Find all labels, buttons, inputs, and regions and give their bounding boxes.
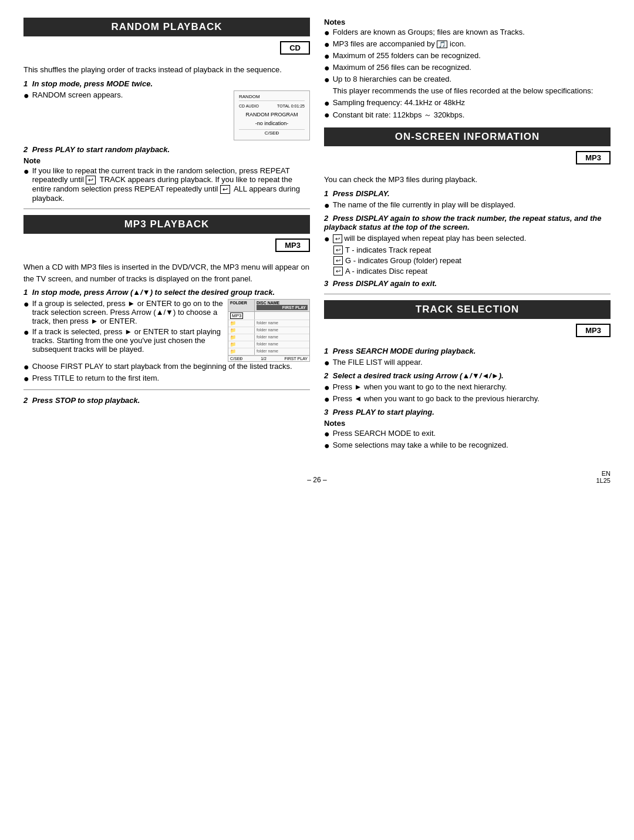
mp3-bullets-area: FOLDER DISC NAME FIRST PLAY MP3 <box>23 299 310 362</box>
note-item-3: ● Maximum of 255 folders can be recogniz… <box>324 51 611 61</box>
mp3-playback-title: MP3 Playback <box>23 215 310 234</box>
on-screen-step3: 3 Press DISPLAY again to exit. <box>324 279 611 288</box>
note-item-2: ● MP3 files are accompanied by 🎵 icon. <box>324 39 611 49</box>
random-note-label: Note <box>23 156 310 165</box>
repeat-item-g: ↩ G - indicates Group (folder) repeat <box>333 256 611 265</box>
mp3-bullet2: ● If a track is selected, press ► or ENT… <box>23 327 223 354</box>
repeat-icon-display: ↩ <box>333 234 342 243</box>
left-column: Random Playback CD This shuffles the pla… <box>23 18 310 452</box>
on-screen-intro: You can check the MP3 files during playb… <box>324 174 611 186</box>
random-bullet1: ● RANDOM screen appears. <box>23 90 228 100</box>
on-screen-step2: 2 Press DISPLAY again to show the track … <box>324 214 611 231</box>
note-item-7: ● Sampling frequency: 44.1kHz or 48kHz <box>324 98 611 108</box>
note-item-4: ● Maximum of 256 files can be recognized… <box>324 63 611 73</box>
note-item-1: ● Folders are known as Groups; files are… <box>324 28 611 38</box>
right-column: Notes ● Folders are known as Groups; fil… <box>324 18 611 452</box>
fl-mp3-row: MP3 <box>228 312 309 320</box>
track-step1-bullet: ● The FILE LIST will appear. <box>324 358 611 368</box>
track-notes-label: Notes <box>324 419 611 428</box>
fl-folder-row-2: 📁 folder name <box>228 327 309 334</box>
divider2 <box>23 389 310 390</box>
random-screen-area: RANDOM CD AUDIO TOTAL 0:01:25 RANDOM PRO… <box>23 90 310 146</box>
track-step1: 1 Press SEARCH MODE during playback. <box>324 347 611 355</box>
random-step1: 1 In stop mode, press MODE twice. <box>23 79 310 88</box>
random-note-bullet: ● If you like to repeat the current trac… <box>23 166 310 203</box>
track-selection-section: Track Selection MP3 1 Press SEARCH MODE … <box>324 300 611 451</box>
mp3-playback-badge: MP3 <box>275 238 310 252</box>
track-selection-badge: MP3 <box>576 324 611 337</box>
page-footer: – 26 – EN 1L25 <box>23 470 611 484</box>
on-screen-badge: MP3 <box>576 151 611 164</box>
random-playback-title: Random Playback <box>23 18 310 36</box>
repeat-icon-track: ↩ <box>86 176 96 184</box>
file-list-mockup: FOLDER DISC NAME FIRST PLAY MP3 <box>228 299 310 362</box>
repeat-t-icon: ↩ <box>333 246 343 254</box>
repeat-icon-all: ↩ <box>220 185 230 194</box>
random-screen-mockup: RANDOM CD AUDIO TOTAL 0:01:25 RANDOM PRO… <box>234 90 310 141</box>
track-note-1: ● Press SEARCH MODE to exit. <box>324 429 611 439</box>
page-code: EN 1L25 <box>415 470 611 484</box>
track-step2: 2 Select a desired track using Arrow (▲/… <box>324 371 611 380</box>
repeat-item-a: ↩ A - indicates Disc repeat <box>333 267 611 275</box>
note-item-5: ● Up to 8 hierarchies can be created. <box>324 75 611 85</box>
repeat-play-bullet: ● ↩ will be displayed when repeat play h… <box>324 234 611 244</box>
fl-folder-row-5: 📁 folder name <box>228 348 309 355</box>
mp3-intro: When a CD with MP3 files is inserted in … <box>23 261 310 284</box>
mp3-step2: 2 Press STOP to stop playback. <box>23 396 310 405</box>
notes-top-label: Notes <box>324 18 611 26</box>
mp3-bullet3: ● Choose FIRST PLAY to start playback fr… <box>23 362 310 372</box>
track-step3: 3 Press PLAY to start playing. <box>324 408 611 416</box>
repeat-g-icon: ↩ <box>333 256 343 265</box>
fl-folder-row-1: 📁 folder name <box>228 320 309 327</box>
on-screen-step1: 1 Press DISPLAY. <box>324 189 611 198</box>
note-item-8: ● Constant bit rate: 112kbps ～ 320kbps. <box>324 110 611 120</box>
divider1 <box>23 209 310 209</box>
fl-folder-row-3: 📁 folder name <box>228 334 309 341</box>
page-number: – 26 – <box>219 476 414 484</box>
cd-badge: CD <box>280 41 310 55</box>
random-intro: This shuffles the playing order of track… <box>23 64 310 76</box>
divider3 <box>324 294 611 294</box>
track-step2-bullet1: ● Press ► when you want to go to the nex… <box>324 382 611 392</box>
track-note-2: ● Some selections may take a while to be… <box>324 441 611 451</box>
on-screen-info-title: On-Screen Information <box>324 127 611 146</box>
repeat-a-icon: ↩ <box>333 267 343 275</box>
random-playback-section: Random Playback CD This shuffles the pla… <box>23 18 310 203</box>
on-screen-info-section: Notes ● Folders are known as Groups; fil… <box>324 18 611 288</box>
random-step2: 2 Press PLAY to start random playback. <box>23 145 310 154</box>
fl-footer: C/SEÐ 1/2 FIRST PLAY <box>228 355 309 361</box>
fl-folder-row-4: 📁 folder name <box>228 341 309 348</box>
repeat-items-list: ↩ T - indicates Track repeat ↩ G - indic… <box>333 246 611 275</box>
on-screen-step1-bullet: ● The name of the file currently in play… <box>324 200 611 210</box>
track-selection-title: Track Selection <box>324 300 611 319</box>
mp3-bullet4: ● Press TITLE to return to the first ite… <box>23 374 310 384</box>
mp3-bullet1: ● If a group is selected, press ► or ENT… <box>23 299 223 325</box>
track-step2-bullet2: ● Press ◄ when you want to go back to th… <box>324 394 611 404</box>
mp3-step1: 1 In stop mode, press Arrow (▲/▼) to sel… <box>23 288 310 297</box>
note-item-6: ● This player recommends the use of file… <box>324 86 611 96</box>
mp3-playback-section: MP3 Playback MP3 When a CD with MP3 file… <box>23 215 310 405</box>
repeat-item-t: ↩ T - indicates Track repeat <box>333 246 611 254</box>
